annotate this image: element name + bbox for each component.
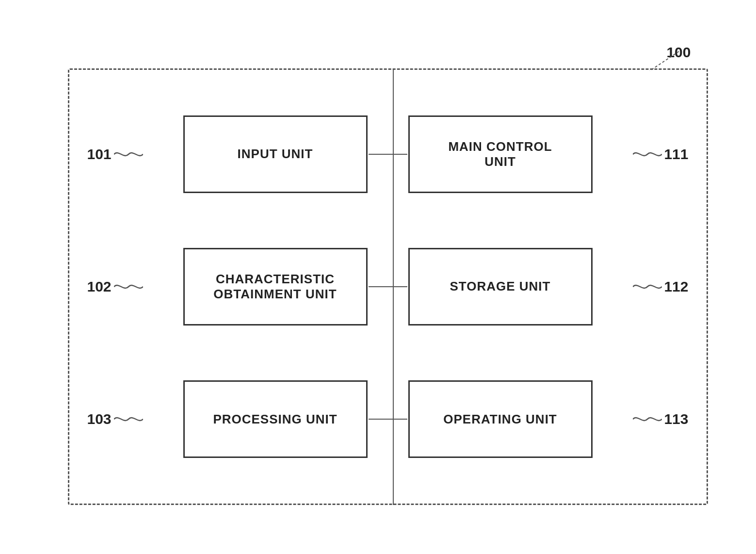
- ref-101: 101: [87, 146, 112, 163]
- squiggle-113: [633, 412, 662, 426]
- row-2: 102 CHARACTERISTIC OBTAINMENT UNIT STORA…: [97, 248, 679, 326]
- ref-102: 102: [87, 278, 112, 295]
- squiggle-111: [633, 147, 662, 162]
- diagram-inner: 101 INPUT UNIT MAIN CONTROL UNIT: [68, 68, 708, 505]
- ref-103: 103: [87, 411, 112, 427]
- main-control-unit-block: MAIN CONTROL UNIT: [408, 115, 593, 193]
- operating-unit-block: OPERATING UNIT: [408, 380, 593, 458]
- characteristic-obtainment-unit-block: CHARACTERISTIC OBTAINMENT UNIT: [183, 248, 368, 326]
- ref-113: 113: [664, 411, 688, 427]
- h-connector-3: [369, 417, 407, 422]
- input-unit-block: INPUT UNIT: [183, 115, 368, 193]
- row-3: 103 PROCESSING UNIT OPERATING UNIT: [97, 380, 679, 458]
- processing-unit-block: PROCESSING UNIT: [183, 380, 368, 458]
- ref-111: 111: [664, 146, 688, 163]
- squiggle-102: [114, 279, 143, 294]
- storage-unit-block: STORAGE UNIT: [408, 248, 593, 326]
- h-connector-2: [369, 284, 407, 289]
- squiggle-112: [633, 279, 662, 294]
- h-connector-1: [369, 152, 407, 157]
- diagram-wrapper: 100 101 INPUT UNIT: [39, 39, 718, 515]
- ref-112: 112: [664, 278, 688, 295]
- svg-line-0: [650, 51, 679, 71]
- squiggle-101: [114, 147, 143, 162]
- squiggle-103: [114, 412, 143, 426]
- row-1: 101 INPUT UNIT MAIN CONTROL UNIT: [97, 115, 679, 193]
